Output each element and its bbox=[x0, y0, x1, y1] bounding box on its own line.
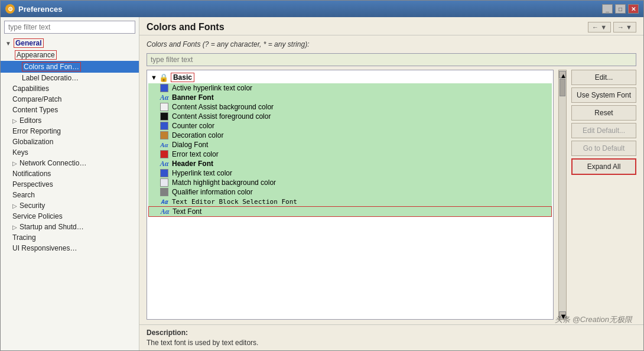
list-item[interactable]: Decoration color bbox=[148, 131, 552, 140]
scrollbar-up-button[interactable]: ▲ bbox=[559, 71, 566, 78]
sidebar-item-security[interactable]: ▷ Security bbox=[1, 200, 139, 211]
font-icon: Aα bbox=[160, 141, 168, 149]
arrow-icon: ▼ bbox=[5, 40, 11, 47]
font-icon: Aα bbox=[160, 93, 168, 102]
sidebar-item-keys[interactable]: Keys bbox=[1, 147, 139, 158]
buttons-panel: Edit... Use System Font Reset Edit Defau… bbox=[571, 70, 636, 320]
sidebar-item-appearance[interactable]: Appearance bbox=[1, 49, 139, 61]
font-icon: Aα bbox=[161, 207, 169, 216]
color-swatch bbox=[160, 178, 168, 187]
sidebar-item-label: Perspectives bbox=[12, 180, 53, 188]
sidebar-item-label: Error Reporting bbox=[12, 127, 61, 135]
sidebar-item-notifications[interactable]: Notifications bbox=[1, 168, 139, 179]
expand-all-button[interactable]: Expand All bbox=[571, 158, 636, 175]
sidebar-item-colors-and-fonts[interactable]: Colors and Fon… bbox=[1, 61, 139, 73]
sidebar-item-label: Editors bbox=[19, 116, 41, 125]
sidebar-item-label: Content Types bbox=[12, 106, 58, 114]
sidebar-item-label: Compare/Patch bbox=[12, 95, 61, 103]
arrow-icon: ▷ bbox=[12, 118, 17, 124]
sidebar-item-compare-patch[interactable]: Compare/Patch bbox=[1, 94, 139, 105]
sidebar-item-label: Appearance bbox=[15, 50, 57, 60]
list-item[interactable]: Match highlight background color bbox=[148, 178, 552, 187]
item-label: Qualifier information color bbox=[172, 188, 253, 196]
items-panel-inner: ▼ 🔒 Basic Active hyperlink text color bbox=[147, 70, 553, 218]
list-item[interactable]: Content Assist foreground color bbox=[148, 112, 552, 121]
window-title: Preferences bbox=[18, 5, 62, 14]
list-item[interactable]: Aα Text Editor Block Selection Font bbox=[148, 197, 552, 206]
color-swatch bbox=[160, 188, 168, 196]
sidebar-item-label: Globalization bbox=[12, 138, 53, 146]
sidebar-item-label: Label Decoratio… bbox=[22, 74, 79, 82]
list-item[interactable]: Aα Text Font bbox=[148, 206, 552, 217]
item-label: Text Editor Block Selection Font bbox=[172, 198, 297, 206]
sidebar-item-perspectives[interactable]: Perspectives bbox=[1, 179, 139, 190]
sidebar-item-label: Colors and Fon… bbox=[22, 62, 81, 72]
basic-group-header[interactable]: ▼ 🔒 Basic bbox=[148, 72, 552, 83]
sidebar-item-network-connections[interactable]: ▷ Network Connectio… bbox=[1, 158, 139, 168]
list-item[interactable]: Hyperlink text color bbox=[148, 168, 552, 178]
main-panel: Colors and Fonts ← ▼ → ▼ Colors and Font… bbox=[139, 17, 643, 350]
scrollbar-thumb[interactable] bbox=[560, 79, 565, 96]
arrow-icon: ▷ bbox=[12, 160, 17, 167]
item-label: Error text color bbox=[172, 150, 219, 158]
go-to-default-button[interactable]: Go to Default bbox=[571, 141, 636, 156]
sidebar-filter-input[interactable] bbox=[4, 21, 135, 34]
maximize-button[interactable]: □ bbox=[615, 4, 626, 14]
sidebar-item-editors[interactable]: ▷ Editors bbox=[1, 115, 139, 126]
minimize-button[interactable]: _ bbox=[602, 4, 613, 14]
sidebar-item-globalization[interactable]: Globalization bbox=[1, 136, 139, 147]
color-swatch bbox=[160, 112, 168, 121]
list-item[interactable]: Error text color bbox=[148, 150, 552, 159]
page-title: Colors and Fonts bbox=[147, 22, 225, 32]
item-label: Banner Font bbox=[172, 93, 214, 102]
sidebar: ▼ General Appearance Colors and Fon… Lab… bbox=[1, 17, 139, 350]
items-panel: ▼ 🔒 Basic Active hyperlink text color bbox=[147, 70, 554, 320]
edit-default-button[interactable]: Edit Default... bbox=[571, 123, 636, 138]
list-item[interactable]: Active hyperlink text color bbox=[148, 83, 552, 93]
sidebar-item-label: Capabilities bbox=[12, 84, 49, 93]
list-item[interactable]: Qualifier information color bbox=[148, 187, 552, 197]
list-item[interactable]: Aα Dialog Font bbox=[148, 140, 552, 150]
item-label: Decoration color bbox=[172, 131, 223, 139]
description-section: Description: The text font is used by te… bbox=[139, 324, 643, 350]
color-swatch bbox=[160, 103, 168, 111]
main-filter-input[interactable] bbox=[147, 53, 636, 66]
close-button[interactable]: ✕ bbox=[628, 4, 639, 14]
scrollbar-track[interactable] bbox=[559, 78, 566, 311]
folder-icon: 🔒 bbox=[159, 73, 168, 82]
sidebar-item-service-policies[interactable]: Service Policies bbox=[1, 211, 139, 222]
sidebar-item-general[interactable]: ▼ General bbox=[1, 37, 139, 49]
basic-group-label: Basic bbox=[171, 73, 194, 82]
list-item[interactable]: Aα Header Font bbox=[148, 159, 552, 168]
sidebar-item-label: General bbox=[14, 38, 44, 48]
sidebar-item-tracing[interactable]: Tracing bbox=[1, 232, 139, 243]
item-label: Counter color bbox=[172, 122, 214, 130]
content-area: ▼ General Appearance Colors and Fon… Lab… bbox=[1, 17, 643, 350]
description-label: Description: bbox=[147, 329, 636, 337]
arrow-icon: ▷ bbox=[12, 224, 17, 230]
sidebar-item-search[interactable]: Search bbox=[1, 190, 139, 200]
filter-description: Colors and Fonts (? = any character, * =… bbox=[147, 40, 636, 48]
sidebar-item-label: Notifications bbox=[12, 170, 51, 178]
list-item[interactable]: Content Assist background color bbox=[148, 102, 552, 112]
font-icon: Aα bbox=[160, 197, 168, 206]
description-text: The text font is used by text editors. bbox=[147, 339, 636, 347]
window-controls: _ □ ✕ bbox=[602, 4, 639, 14]
sidebar-item-label: UI Responsivenes… bbox=[12, 244, 77, 252]
sidebar-item-content-types[interactable]: Content Types bbox=[1, 105, 139, 115]
edit-button[interactable]: Edit... bbox=[571, 70, 636, 85]
scrollbar-down-button[interactable]: ▼ bbox=[559, 311, 566, 318]
sidebar-item-capabilities[interactable]: Capabilities bbox=[1, 83, 139, 94]
item-label: Hyperlink text color bbox=[172, 169, 232, 177]
sidebar-item-label-decoration[interactable]: Label Decoratio… bbox=[1, 73, 139, 83]
list-item[interactable]: Aα Banner Font bbox=[148, 93, 552, 102]
use-system-font-button[interactable]: Use System Font bbox=[571, 87, 636, 103]
back-button[interactable]: ← ▼ bbox=[588, 22, 611, 32]
sidebar-item-ui-responsiveness[interactable]: UI Responsivenes… bbox=[1, 243, 139, 254]
arrow-icon: ▷ bbox=[12, 203, 17, 209]
list-item[interactable]: Counter color bbox=[148, 121, 552, 131]
forward-button[interactable]: → ▼ bbox=[613, 22, 636, 32]
sidebar-item-error-reporting[interactable]: Error Reporting bbox=[1, 126, 139, 136]
reset-button[interactable]: Reset bbox=[571, 105, 636, 121]
sidebar-item-startup[interactable]: ▷ Startup and Shutd… bbox=[1, 222, 139, 232]
